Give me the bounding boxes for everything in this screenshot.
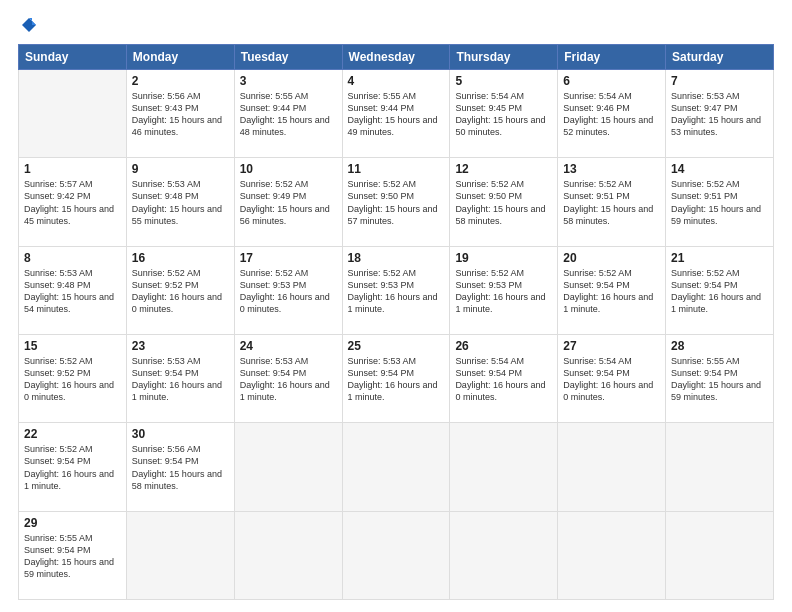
- calendar-day-cell: 15Sunrise: 5:52 AMSunset: 9:52 PMDayligh…: [19, 334, 127, 422]
- calendar-week-row: 8Sunrise: 5:53 AMSunset: 9:48 PMDaylight…: [19, 246, 774, 334]
- calendar-day-cell: 17Sunrise: 5:52 AMSunset: 9:53 PMDayligh…: [234, 246, 342, 334]
- day-info: Sunrise: 5:52 AMSunset: 9:51 PMDaylight:…: [671, 178, 768, 227]
- header: [18, 16, 774, 34]
- calendar-header-cell: Saturday: [666, 45, 774, 70]
- day-number: 2: [132, 74, 229, 88]
- day-number: 8: [24, 251, 121, 265]
- day-info: Sunrise: 5:52 AMSunset: 9:52 PMDaylight:…: [132, 267, 229, 316]
- day-info: Sunrise: 5:52 AMSunset: 9:54 PMDaylight:…: [671, 267, 768, 316]
- day-number: 16: [132, 251, 229, 265]
- day-number: 19: [455, 251, 552, 265]
- calendar-week-row: 1Sunrise: 5:57 AMSunset: 9:42 PMDaylight…: [19, 158, 774, 246]
- day-number: 14: [671, 162, 768, 176]
- calendar-day-cell: 30Sunrise: 5:56 AMSunset: 9:54 PMDayligh…: [126, 423, 234, 511]
- day-info: Sunrise: 5:53 AMSunset: 9:54 PMDaylight:…: [132, 355, 229, 404]
- day-number: 17: [240, 251, 337, 265]
- day-info: Sunrise: 5:52 AMSunset: 9:52 PMDaylight:…: [24, 355, 121, 404]
- day-info: Sunrise: 5:54 AMSunset: 9:46 PMDaylight:…: [563, 90, 660, 139]
- calendar-day-cell: 29Sunrise: 5:55 AMSunset: 9:54 PMDayligh…: [19, 511, 127, 599]
- calendar-day-cell: 27Sunrise: 5:54 AMSunset: 9:54 PMDayligh…: [558, 334, 666, 422]
- calendar-day-cell: 25Sunrise: 5:53 AMSunset: 9:54 PMDayligh…: [342, 334, 450, 422]
- day-info: Sunrise: 5:54 AMSunset: 9:54 PMDaylight:…: [563, 355, 660, 404]
- day-number: 30: [132, 427, 229, 441]
- calendar-day-cell: 28Sunrise: 5:55 AMSunset: 9:54 PMDayligh…: [666, 334, 774, 422]
- day-info: Sunrise: 5:55 AMSunset: 9:54 PMDaylight:…: [24, 532, 121, 581]
- calendar-day-cell: [450, 511, 558, 599]
- calendar-day-cell: 8Sunrise: 5:53 AMSunset: 9:48 PMDaylight…: [19, 246, 127, 334]
- day-info: Sunrise: 5:52 AMSunset: 9:53 PMDaylight:…: [240, 267, 337, 316]
- calendar-header-cell: Friday: [558, 45, 666, 70]
- calendar-header-cell: Sunday: [19, 45, 127, 70]
- day-number: 3: [240, 74, 337, 88]
- calendar-day-cell: 7Sunrise: 5:53 AMSunset: 9:47 PMDaylight…: [666, 70, 774, 158]
- logo-text: [18, 16, 40, 34]
- calendar-day-cell: 12Sunrise: 5:52 AMSunset: 9:50 PMDayligh…: [450, 158, 558, 246]
- calendar-week-row: 2Sunrise: 5:56 AMSunset: 9:43 PMDaylight…: [19, 70, 774, 158]
- day-number: 10: [240, 162, 337, 176]
- day-number: 28: [671, 339, 768, 353]
- day-number: 25: [348, 339, 445, 353]
- day-number: 23: [132, 339, 229, 353]
- day-number: 13: [563, 162, 660, 176]
- day-number: 15: [24, 339, 121, 353]
- calendar-week-row: 29Sunrise: 5:55 AMSunset: 9:54 PMDayligh…: [19, 511, 774, 599]
- day-number: 4: [348, 74, 445, 88]
- day-number: 18: [348, 251, 445, 265]
- calendar-day-cell: 26Sunrise: 5:54 AMSunset: 9:54 PMDayligh…: [450, 334, 558, 422]
- day-info: Sunrise: 5:53 AMSunset: 9:54 PMDaylight:…: [240, 355, 337, 404]
- calendar-day-cell: 20Sunrise: 5:52 AMSunset: 9:54 PMDayligh…: [558, 246, 666, 334]
- calendar-day-cell: [342, 511, 450, 599]
- calendar-day-cell: 24Sunrise: 5:53 AMSunset: 9:54 PMDayligh…: [234, 334, 342, 422]
- day-info: Sunrise: 5:52 AMSunset: 9:50 PMDaylight:…: [455, 178, 552, 227]
- day-info: Sunrise: 5:57 AMSunset: 9:42 PMDaylight:…: [24, 178, 121, 227]
- day-number: 24: [240, 339, 337, 353]
- calendar-day-cell: 21Sunrise: 5:52 AMSunset: 9:54 PMDayligh…: [666, 246, 774, 334]
- calendar-day-cell: [666, 423, 774, 511]
- calendar-day-cell: 11Sunrise: 5:52 AMSunset: 9:50 PMDayligh…: [342, 158, 450, 246]
- day-number: 27: [563, 339, 660, 353]
- calendar-day-cell: 16Sunrise: 5:52 AMSunset: 9:52 PMDayligh…: [126, 246, 234, 334]
- calendar-day-cell: 5Sunrise: 5:54 AMSunset: 9:45 PMDaylight…: [450, 70, 558, 158]
- calendar-header-cell: Tuesday: [234, 45, 342, 70]
- day-number: 26: [455, 339, 552, 353]
- day-info: Sunrise: 5:52 AMSunset: 9:53 PMDaylight:…: [348, 267, 445, 316]
- day-info: Sunrise: 5:55 AMSunset: 9:44 PMDaylight:…: [348, 90, 445, 139]
- calendar-day-cell: [126, 511, 234, 599]
- calendar-day-cell: 1Sunrise: 5:57 AMSunset: 9:42 PMDaylight…: [19, 158, 127, 246]
- day-info: Sunrise: 5:52 AMSunset: 9:54 PMDaylight:…: [563, 267, 660, 316]
- calendar-week-row: 15Sunrise: 5:52 AMSunset: 9:52 PMDayligh…: [19, 334, 774, 422]
- calendar-day-cell: [234, 423, 342, 511]
- day-info: Sunrise: 5:52 AMSunset: 9:50 PMDaylight:…: [348, 178, 445, 227]
- calendar-day-cell: 23Sunrise: 5:53 AMSunset: 9:54 PMDayligh…: [126, 334, 234, 422]
- calendar-header-cell: Thursday: [450, 45, 558, 70]
- calendar-day-cell: 6Sunrise: 5:54 AMSunset: 9:46 PMDaylight…: [558, 70, 666, 158]
- logo-icon: [20, 16, 38, 34]
- day-info: Sunrise: 5:55 AMSunset: 9:54 PMDaylight:…: [671, 355, 768, 404]
- day-info: Sunrise: 5:54 AMSunset: 9:54 PMDaylight:…: [455, 355, 552, 404]
- calendar-day-cell: 4Sunrise: 5:55 AMSunset: 9:44 PMDaylight…: [342, 70, 450, 158]
- calendar-day-cell: [558, 423, 666, 511]
- calendar-day-cell: 22Sunrise: 5:52 AMSunset: 9:54 PMDayligh…: [19, 423, 127, 511]
- calendar-day-cell: [450, 423, 558, 511]
- calendar-day-cell: 2Sunrise: 5:56 AMSunset: 9:43 PMDaylight…: [126, 70, 234, 158]
- calendar-day-cell: 18Sunrise: 5:52 AMSunset: 9:53 PMDayligh…: [342, 246, 450, 334]
- calendar-day-cell: [342, 423, 450, 511]
- day-info: Sunrise: 5:53 AMSunset: 9:48 PMDaylight:…: [24, 267, 121, 316]
- calendar-header-cell: Monday: [126, 45, 234, 70]
- calendar-header-cell: Wednesday: [342, 45, 450, 70]
- calendar-day-cell: 14Sunrise: 5:52 AMSunset: 9:51 PMDayligh…: [666, 158, 774, 246]
- calendar-day-cell: [234, 511, 342, 599]
- day-number: 20: [563, 251, 660, 265]
- day-number: 1: [24, 162, 121, 176]
- day-number: 6: [563, 74, 660, 88]
- calendar-day-cell: 3Sunrise: 5:55 AMSunset: 9:44 PMDaylight…: [234, 70, 342, 158]
- day-number: 29: [24, 516, 121, 530]
- day-info: Sunrise: 5:56 AMSunset: 9:54 PMDaylight:…: [132, 443, 229, 492]
- day-number: 12: [455, 162, 552, 176]
- day-number: 5: [455, 74, 552, 88]
- day-info: Sunrise: 5:52 AMSunset: 9:53 PMDaylight:…: [455, 267, 552, 316]
- calendar-day-cell: [19, 70, 127, 158]
- day-number: 11: [348, 162, 445, 176]
- calendar-day-cell: 19Sunrise: 5:52 AMSunset: 9:53 PMDayligh…: [450, 246, 558, 334]
- day-info: Sunrise: 5:53 AMSunset: 9:48 PMDaylight:…: [132, 178, 229, 227]
